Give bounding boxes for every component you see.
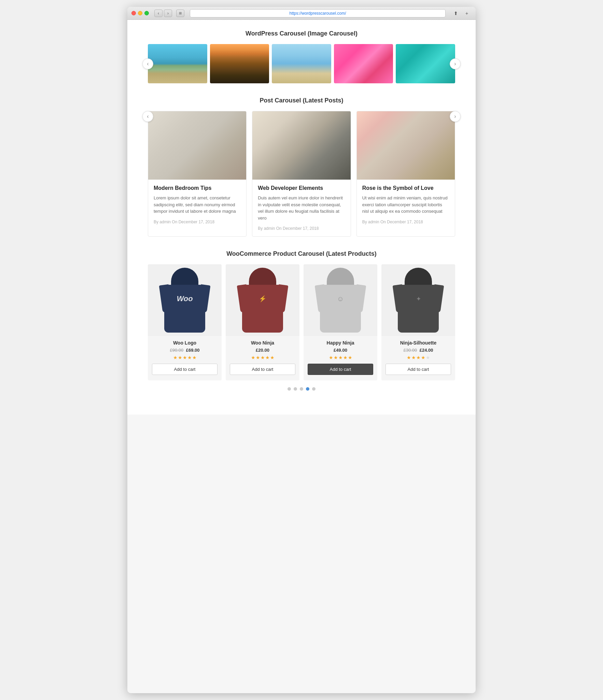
browser-titlebar: ‹ › ⊞ https://wordpresscarousel.com/ ⬆ + bbox=[127, 7, 476, 20]
product-image-woo-ninja: ⚡ bbox=[226, 264, 299, 336]
product-card-happy-ninja: ☺ Happy Ninja £49.00 ★ ★ ★ ★ ★ bbox=[304, 264, 377, 380]
post-card-body-laptop: Web Developer Elements Duis autem vel eu… bbox=[252, 180, 350, 236]
url-text: https://wordpresscarousel.com/ bbox=[289, 11, 346, 16]
post-card-body-bedroom: Modern Bedroom Tips Lorem ipsum dolor si… bbox=[148, 180, 246, 230]
hoodie-logo-1: Woo bbox=[177, 294, 193, 303]
star-4: ★ bbox=[187, 355, 192, 360]
product-cards-container: Woo Woo Logo £90.00 £69.00 ★ ★ ★ bbox=[148, 264, 455, 380]
star-3: ★ bbox=[416, 355, 421, 360]
star-3: ★ bbox=[183, 355, 187, 360]
star-4: ★ bbox=[421, 355, 425, 360]
post-meta-laptop: By admin On December 17, 2018 bbox=[258, 226, 345, 231]
hoodie-logo-3: ☺ bbox=[337, 295, 344, 303]
star-4: ★ bbox=[265, 355, 270, 360]
post-card-roses: Rose is the Symbol of Love Ut wisi enim … bbox=[356, 111, 455, 237]
hoodie-ninja-silhouette: ✦ bbox=[394, 268, 442, 333]
address-bar[interactable]: https://wordpresscarousel.com/ bbox=[190, 9, 446, 17]
carousel-image-food bbox=[334, 44, 393, 83]
hoodie-hood-3 bbox=[327, 268, 354, 286]
product-image-ninja-silhouette: ✦ bbox=[381, 264, 455, 336]
product-price-happy-ninja: £49.00 bbox=[308, 348, 373, 353]
stars-ninja-silhouette: ★ ★ ★ ★ ★ bbox=[385, 355, 451, 360]
carousel-image-venice bbox=[210, 44, 269, 83]
carousel-image-windmill bbox=[272, 44, 331, 83]
post-carousel-prev[interactable]: ‹ bbox=[142, 111, 153, 122]
post-image-laptop bbox=[252, 111, 350, 180]
image-carousel: ‹ › bbox=[148, 44, 455, 83]
post-carousel-section: Post Carousel (Latest Posts) ‹ Modern Be… bbox=[148, 97, 455, 237]
product-name-woo-logo: Woo Logo bbox=[152, 340, 218, 346]
image-carousel-title: WordPress Carousel (Image Carousel) bbox=[148, 30, 455, 37]
star-4: ★ bbox=[343, 355, 348, 360]
stars-woo-ninja: ★ ★ ★ ★ ★ bbox=[230, 355, 295, 360]
back-button[interactable]: ‹ bbox=[154, 10, 163, 17]
post-title-roses: Rose is the Symbol of Love bbox=[362, 185, 449, 191]
new-tab-button[interactable]: + bbox=[462, 10, 472, 17]
add-to-cart-happy-ninja[interactable]: Add to cart bbox=[308, 364, 373, 375]
hoodie-woo-ninja: ⚡ bbox=[239, 268, 286, 333]
share-button[interactable]: ⬆ bbox=[451, 10, 461, 17]
minimize-button[interactable] bbox=[138, 11, 142, 15]
hoodie-logo-2: ⚡ bbox=[259, 295, 266, 303]
hoodie-woo-logo: Woo bbox=[161, 268, 209, 333]
hoodie-hood-2 bbox=[249, 268, 276, 286]
carousel-image-cliff bbox=[148, 44, 207, 83]
product-info-woo-logo: Woo Logo £90.00 £69.00 ★ ★ ★ ★ ★ bbox=[148, 336, 222, 360]
reader-button[interactable]: ⊞ bbox=[176, 10, 184, 17]
star-5-empty: ★ bbox=[426, 355, 430, 360]
product-name-happy-ninja: Happy Ninja bbox=[308, 340, 373, 346]
dot-5[interactable] bbox=[312, 387, 315, 391]
product-carousel-title: WooCommerce Product Carousel (Latest Pro… bbox=[148, 250, 455, 257]
product-info-happy-ninja: Happy Ninja £49.00 ★ ★ ★ ★ ★ bbox=[304, 336, 377, 360]
star-2: ★ bbox=[256, 355, 260, 360]
add-to-cart-woo-ninja[interactable]: Add to cart bbox=[230, 364, 295, 375]
carousel-images-container bbox=[148, 44, 455, 83]
browser-window: ‹ › ⊞ https://wordpresscarousel.com/ ⬆ +… bbox=[127, 7, 476, 693]
price-single-woo-ninja: £20.00 bbox=[256, 348, 269, 353]
hoodie-hood-4 bbox=[405, 268, 432, 286]
post-meta-bedroom: By admin On December 17, 2018 bbox=[154, 220, 241, 224]
add-to-cart-woo-logo[interactable]: Add to cart bbox=[152, 364, 218, 375]
dot-2[interactable] bbox=[294, 387, 297, 391]
product-card-woo-ninja: ⚡ Woo Ninja £20.00 ★ ★ ★ ★ ★ bbox=[226, 264, 299, 380]
product-name-ninja-silhouette: Ninja-Silhouette bbox=[385, 340, 451, 346]
star-3: ★ bbox=[261, 355, 265, 360]
post-title-laptop: Web Developer Elements bbox=[258, 185, 345, 191]
image-carousel-prev[interactable]: ‹ bbox=[142, 58, 153, 69]
post-card-body-roses: Rose is the Symbol of Love Ut wisi enim … bbox=[357, 180, 455, 230]
price-sale-ninja-silhouette: £24.00 bbox=[420, 348, 433, 353]
post-excerpt-laptop: Duis autem vel eum iriure dolor in hendr… bbox=[258, 195, 345, 221]
price-original-woo-logo: £90.00 bbox=[170, 348, 183, 353]
product-info-woo-ninja: Woo Ninja £20.00 ★ ★ ★ ★ ★ bbox=[226, 336, 299, 360]
star-1: ★ bbox=[251, 355, 255, 360]
dot-4-active[interactable] bbox=[306, 387, 309, 391]
star-2: ★ bbox=[411, 355, 416, 360]
close-button[interactable] bbox=[131, 11, 136, 15]
hoodie-happy-ninja: ☺ bbox=[317, 268, 364, 333]
product-name-woo-ninja: Woo Ninja bbox=[230, 340, 295, 346]
forward-button[interactable]: › bbox=[164, 10, 172, 17]
star-2: ★ bbox=[334, 355, 338, 360]
add-to-cart-ninja-silhouette[interactable]: Add to cart bbox=[385, 364, 451, 375]
browser-nav: ‹ › bbox=[154, 10, 172, 17]
star-1: ★ bbox=[407, 355, 411, 360]
post-carousel-next[interactable]: › bbox=[450, 111, 461, 122]
star-1: ★ bbox=[173, 355, 178, 360]
price-original-ninja-silhouette: £30.00 bbox=[403, 348, 417, 353]
product-carousel-section: WooCommerce Product Carousel (Latest Pro… bbox=[148, 250, 455, 391]
post-image-bedroom bbox=[148, 111, 246, 180]
product-price-ninja-silhouette: £30.00 £24.00 bbox=[385, 348, 451, 353]
image-carousel-next[interactable]: › bbox=[450, 58, 461, 69]
page-content: WordPress Carousel (Image Carousel) ‹ › … bbox=[127, 20, 476, 415]
carousel-dots bbox=[148, 387, 455, 391]
product-card-woo-logo: Woo Woo Logo £90.00 £69.00 ★ ★ ★ bbox=[148, 264, 222, 380]
carousel-image-fish bbox=[396, 44, 455, 83]
product-price-woo-ninja: £20.00 bbox=[230, 348, 295, 353]
maximize-button[interactable] bbox=[144, 11, 149, 15]
browser-actions: ⬆ + bbox=[451, 10, 472, 17]
product-info-ninja-silhouette: Ninja-Silhouette £30.00 £24.00 ★ ★ ★ ★ ★ bbox=[381, 336, 455, 360]
post-card-laptop: Web Developer Elements Duis autem vel eu… bbox=[252, 111, 351, 237]
dot-3[interactable] bbox=[300, 387, 303, 391]
traffic-lights bbox=[131, 11, 149, 15]
dot-1[interactable] bbox=[288, 387, 291, 391]
